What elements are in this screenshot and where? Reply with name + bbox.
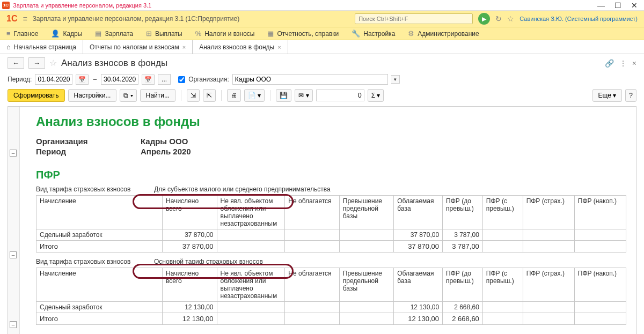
tariff-label: Вид тарифа страховых взносов xyxy=(36,258,154,265)
run-button[interactable]: ▶ xyxy=(478,13,490,25)
favorite-icon[interactable]: ☆ xyxy=(507,14,514,23)
find-button[interactable]: Найти... xyxy=(140,89,175,102)
date-to-input[interactable] xyxy=(101,74,138,85)
maximize-icon[interactable]: ☐ xyxy=(614,1,621,10)
report-area: – – – Анализ взносов в фонды Организация… xyxy=(8,106,636,334)
logo-1c-icon: 1С xyxy=(6,14,17,24)
report-content: Анализ взносов в фонды Организация Кадры… xyxy=(20,107,636,332)
tab-label: Анализ взносов в фонды xyxy=(199,43,274,51)
settings-button[interactable]: Настройки... xyxy=(68,89,117,102)
window-controls: — ☐ ✕ xyxy=(597,1,642,10)
menu-main[interactable]: ≡Главное xyxy=(6,29,38,38)
form-button[interactable]: Сформировать xyxy=(8,89,65,102)
filter-bar: Период: 📅 – 📅 ... Организация: ▾ xyxy=(0,72,644,87)
collapse-toggle[interactable]: – xyxy=(10,251,17,258)
section-pfr: ПФР xyxy=(36,169,620,181)
home-icon: ⌂ xyxy=(6,43,11,51)
title-bar: 1С Зарплата и управление персоналом, ред… xyxy=(0,0,644,11)
more-icon[interactable]: ⋮ xyxy=(619,59,627,68)
report-org-label: Организация xyxy=(36,137,141,146)
org-dropdown-button[interactable]: ▾ xyxy=(391,75,400,84)
print-menu-button[interactable]: 📄 ▾ xyxy=(244,89,265,102)
tab-home[interactable]: ⌂ Начальная страница xyxy=(0,40,83,54)
clipboard-icon: ▦ xyxy=(267,29,274,38)
tariff-value-1: Для субъектов малого или среднего предпр… xyxy=(154,185,331,193)
tariff-value-2: Основной тариф страховых взносов xyxy=(154,258,263,265)
menu-taxes[interactable]: %Налоги и взносы xyxy=(195,29,255,38)
collapse-button[interactable]: ⇱ xyxy=(203,89,216,102)
tariff-row-1: Вид тарифа страховых взносов Для субъект… xyxy=(36,185,620,193)
table-header-row: Начисление Начислено всего Не явл. объек… xyxy=(36,196,626,229)
sum-button[interactable]: Σ ▾ xyxy=(368,89,384,102)
app-title: Зарплата и управление персоналом, редакц… xyxy=(33,15,240,23)
burger-icon[interactable]: ≡ xyxy=(23,14,27,23)
period-select-button[interactable]: ... xyxy=(158,74,171,85)
expand-button[interactable]: ⇲ xyxy=(187,89,200,102)
menu-reports[interactable]: ▦Отчетность, справки xyxy=(267,29,339,38)
search-box xyxy=(355,13,473,24)
minimize-icon[interactable]: — xyxy=(597,1,605,10)
tab-tax-reports[interactable]: Отчеты по налогам и взносам × xyxy=(83,40,193,54)
outline-column: – – – xyxy=(8,107,20,334)
org-label: Организация: xyxy=(188,76,229,83)
menu-salary[interactable]: ▤Зарплата xyxy=(95,29,133,38)
app-header: 1С ≡ Зарплата и управление персоналом, р… xyxy=(0,11,644,27)
tab-close-icon[interactable]: × xyxy=(277,44,281,50)
tab-bar: ⌂ Начальная страница Отчеты по налогам и… xyxy=(0,40,644,54)
table-header-row: Начисление Начислено всего Не явл. объек… xyxy=(36,268,626,302)
menu-personnel[interactable]: 👤Кадры xyxy=(51,29,82,38)
data-table-1: Начисление Начислено всего Не явл. объек… xyxy=(36,195,626,253)
tab-funds-analysis[interactable]: Анализ взносов в фонды × xyxy=(193,40,288,54)
table-total-row: Итого 37 870,00 37 870,00 3 787,00 xyxy=(36,241,626,253)
link-icon[interactable]: 🔗 xyxy=(605,59,614,68)
period-label: Период: xyxy=(8,76,32,83)
menu-main-icon: ≡ xyxy=(6,29,11,38)
forward-button[interactable]: → xyxy=(28,57,45,69)
tab-label: Отчеты по налогам и взносам xyxy=(90,43,179,51)
print-button[interactable]: 🖨 xyxy=(227,89,241,102)
report-period-label: Период xyxy=(36,147,141,156)
org-input[interactable] xyxy=(232,74,388,85)
calendar-to-button[interactable]: 📅 xyxy=(142,75,155,85)
collapse-toggle[interactable]: – xyxy=(10,150,17,157)
main-menu: ≡Главное 👤Кадры ▤Зарплата ⊞Выплаты %Нало… xyxy=(0,27,644,40)
page-title: Анализ взносов в фонды xyxy=(61,58,167,69)
window-title: Зарплата и управление персоналом, редакц… xyxy=(13,2,151,9)
tariff-row-2: Вид тарифа страховых взносов Основной та… xyxy=(36,258,620,265)
table-row: Сдельный заработок 37 870,00 37 870,00 3… xyxy=(36,229,626,241)
page-header: ← → ☆ Анализ взносов в фонды 🔗 ⋮ × xyxy=(0,54,644,72)
variants-button[interactable]: ⧉ ▾ xyxy=(120,89,136,102)
collapse-toggle[interactable]: – xyxy=(10,321,17,328)
app-logo-icon: 1С xyxy=(2,2,10,9)
star-icon[interactable]: ☆ xyxy=(49,58,57,68)
org-checkbox[interactable] xyxy=(178,76,185,83)
tab-close-icon[interactable]: × xyxy=(182,44,186,50)
tariff-label: Вид тарифа страховых взносов xyxy=(36,185,154,193)
toolbar: Сформировать Настройки... ⧉ ▾ Найти... ⇲… xyxy=(0,87,644,104)
table-row: Сдельный заработок 12 130,00 12 130,00 2… xyxy=(36,302,626,313)
help-button[interactable]: ? xyxy=(625,89,636,102)
mail-button[interactable]: ✉ ▾ xyxy=(295,89,312,102)
history-icon[interactable]: ↻ xyxy=(495,14,502,23)
menu-payments[interactable]: ⊞Выплаты xyxy=(146,29,182,38)
more-button[interactable]: Еще ▾ xyxy=(592,89,623,102)
search-input[interactable] xyxy=(355,13,473,24)
user-link[interactable]: Савинская З.Ю. (Системный программист) xyxy=(519,16,638,22)
date-from-input[interactable] xyxy=(35,74,72,85)
tab-label: Начальная страница xyxy=(14,43,76,51)
calendar-from-button[interactable]: 📅 xyxy=(76,75,89,85)
person-icon: 👤 xyxy=(51,29,60,38)
percent-icon: % xyxy=(195,29,202,38)
dash: – xyxy=(92,76,98,83)
close-page-icon[interactable]: × xyxy=(632,59,636,68)
menu-admin[interactable]: ⚙Администрирование xyxy=(408,29,479,38)
report-title: Анализ взносов в фонды xyxy=(36,114,620,129)
save-button[interactable]: 💾 xyxy=(276,89,291,102)
close-icon[interactable]: ✕ xyxy=(631,1,638,10)
data-table-2: Начисление Начислено всего Не явл. объек… xyxy=(36,268,626,325)
gear-icon: ⚙ xyxy=(408,29,414,38)
number-input[interactable] xyxy=(316,90,364,101)
menu-settings[interactable]: 🔧Настройка xyxy=(352,29,395,38)
document-icon: ▤ xyxy=(95,29,101,38)
back-button[interactable]: ← xyxy=(8,57,24,69)
